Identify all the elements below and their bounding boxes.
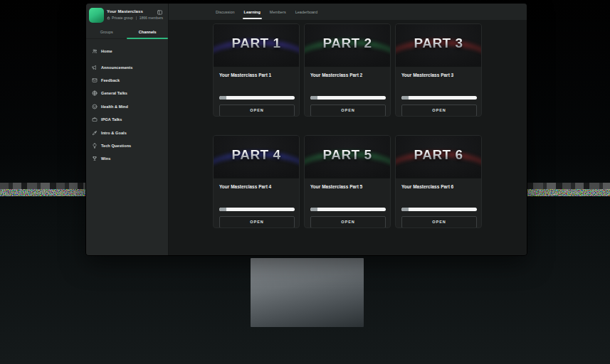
progress-fill xyxy=(310,96,317,100)
lightbulb-icon xyxy=(92,143,98,149)
progress-fill xyxy=(401,208,409,211)
course-thumbnail: PART 4 xyxy=(214,136,299,178)
people-icon xyxy=(92,48,98,54)
briefcase-icon xyxy=(92,117,98,122)
progress-bar xyxy=(310,96,386,100)
channel-label: Tech Questions xyxy=(101,144,131,148)
active-nav-underline xyxy=(243,18,262,19)
thumbnail-part-text: PART 4 xyxy=(214,147,299,163)
privacy-label: Private group xyxy=(112,16,133,20)
course-card-part-4[interactable]: PART 4 Your Masterclass Part 4 OPEN xyxy=(213,135,300,228)
course-thumbnail: PART 3 xyxy=(396,24,481,67)
group-avatar[interactable] xyxy=(89,8,104,23)
thumbnail-part-text: PART 2 xyxy=(305,36,390,51)
progress-bar xyxy=(219,96,295,100)
course-card-part-2[interactable]: PART 2 Your Masterclass Part 2 OPEN xyxy=(304,23,391,117)
channel-item-health-mind[interactable]: Health & Mind xyxy=(86,100,168,113)
course-card-title: Your Masterclass Part 6 xyxy=(401,184,453,189)
sidebar-tabs: Groups Channels xyxy=(86,28,168,39)
nav-tab-learning[interactable]: Learning xyxy=(244,7,261,17)
group-name: Your Masterclass xyxy=(107,9,143,14)
channel-label: Wins xyxy=(101,156,111,161)
course-card-title: Your Masterclass Part 2 xyxy=(310,73,362,77)
progress-bar xyxy=(401,96,477,100)
active-tab-underline xyxy=(127,38,168,39)
progress-fill xyxy=(310,208,317,211)
reflection-panel xyxy=(251,258,364,327)
channel-item-wins[interactable]: Wins xyxy=(86,152,168,165)
progress-fill xyxy=(219,208,226,211)
thumbnail-part-text: PART 6 xyxy=(396,147,481,163)
sidebar-toggle-icon[interactable] xyxy=(157,9,163,16)
group-header: Your Masterclass Private group 1866 memb… xyxy=(86,4,168,25)
meta-divider xyxy=(136,16,137,20)
course-card-title: Your Masterclass Part 5 xyxy=(310,184,362,189)
thumbnail-part-text: PART 5 xyxy=(305,147,390,163)
course-card-title: Your Masterclass Part 1 xyxy=(219,73,271,77)
course-card-part-5[interactable]: PART 5 Your Masterclass Part 5 OPEN xyxy=(304,135,391,228)
channel-item-general-talks[interactable]: General Talks xyxy=(86,87,168,100)
thumbnail-part-text: PART 1 xyxy=(214,36,299,51)
nav-tab-leaderboard[interactable]: Leaderboard xyxy=(295,7,317,17)
channel-item-home[interactable]: Home xyxy=(86,45,168,58)
progress-bar xyxy=(310,208,386,211)
open-button[interactable]: OPEN xyxy=(401,105,477,117)
nav-tab-members[interactable]: Members xyxy=(270,7,286,17)
open-button[interactable]: OPEN xyxy=(219,105,295,117)
channel-label: Announcements xyxy=(101,65,132,70)
course-thumbnail: PART 2 xyxy=(305,24,390,67)
progress-fill xyxy=(401,96,409,100)
channel-label: Health & Mind xyxy=(101,105,128,109)
progress-bar xyxy=(219,208,295,211)
rocket-icon xyxy=(92,130,98,136)
course-thumbnail: PART 1 xyxy=(214,24,299,67)
course-card-title: Your Masterclass Part 3 xyxy=(401,73,453,77)
members-count: 1866 members xyxy=(140,16,163,20)
sidebar: Your Masterclass Private group 1866 memb… xyxy=(86,4,169,255)
open-button[interactable]: OPEN xyxy=(219,216,295,228)
smiley-icon xyxy=(92,104,98,109)
nav-tab-discussion[interactable]: Discussion xyxy=(216,7,235,17)
trophy-icon xyxy=(92,156,98,161)
globe-icon xyxy=(92,90,98,96)
channel-label: Intro & Goals xyxy=(101,131,127,135)
group-meta: Private group 1866 members xyxy=(107,16,163,20)
tab-channels[interactable]: Channels xyxy=(127,28,169,38)
course-card-part-3[interactable]: PART 3 Your Masterclass Part 3 OPEN xyxy=(395,23,482,117)
channel-label: Home xyxy=(101,49,112,53)
megaphone-icon xyxy=(92,65,98,70)
channel-item-ipga-talks[interactable]: IPGA Talks xyxy=(86,113,168,126)
thumbnail-part-text: PART 3 xyxy=(396,36,481,51)
channel-label: IPGA Talks xyxy=(101,117,122,122)
lock-icon xyxy=(107,16,110,20)
course-thumbnail: PART 5 xyxy=(305,136,390,178)
tab-groups[interactable]: Groups xyxy=(86,28,127,38)
channel-item-feedback[interactable]: Feedback xyxy=(86,74,168,87)
channel-list: Home Announcements Feedback xyxy=(86,39,168,166)
channel-item-announcements[interactable]: Announcements xyxy=(86,60,168,73)
open-button[interactable]: OPEN xyxy=(310,216,386,228)
channel-label: Feedback xyxy=(101,78,120,82)
open-button[interactable]: OPEN xyxy=(310,105,386,117)
envelope-icon xyxy=(92,77,98,83)
open-button[interactable]: OPEN xyxy=(401,216,477,228)
nav-tab-learning-label: Learning xyxy=(244,10,261,14)
progress-fill xyxy=(219,96,226,100)
channel-item-intro-goals[interactable]: Intro & Goals xyxy=(86,126,168,139)
top-nav: Discussion Learning Members Leaderboard xyxy=(169,4,527,20)
course-card-title: Your Masterclass Part 4 xyxy=(219,184,271,189)
course-thumbnail: PART 6 xyxy=(396,136,481,178)
channel-label: General Talks xyxy=(101,91,127,95)
channel-item-tech-questions[interactable]: Tech Questions xyxy=(86,139,168,152)
course-card-part-1[interactable]: PART 1 Your Masterclass Part 1 OPEN xyxy=(213,23,300,117)
progress-bar xyxy=(401,208,477,211)
course-card-part-6[interactable]: PART 6 Your Masterclass Part 6 OPEN xyxy=(395,135,482,228)
app-window: Your Masterclass Private group 1866 memb… xyxy=(86,4,527,255)
